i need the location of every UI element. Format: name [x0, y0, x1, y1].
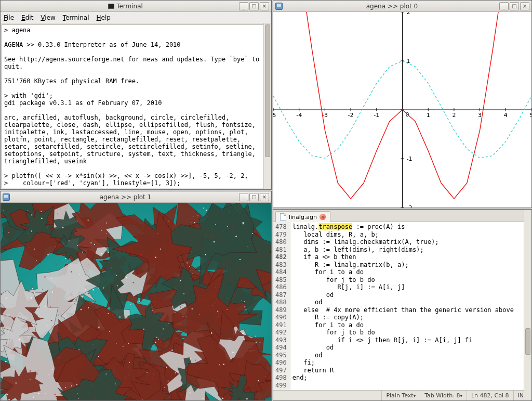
svg-point-100 [94, 251, 95, 252]
svg-point-171 [34, 292, 35, 293]
svg-point-259 [168, 221, 169, 222]
plot0-titlebar[interactable]: agena >> plot 0 _ □ × [273, 1, 531, 12]
svg-point-60 [28, 221, 30, 223]
svg-point-587 [59, 394, 60, 394]
svg-point-371 [192, 308, 193, 309]
svg-point-79 [86, 213, 87, 214]
editor-scrollbar[interactable] [524, 222, 531, 390]
status-position[interactable]: Ln 482, Col 8 [467, 391, 513, 400]
svg-point-472 [254, 335, 255, 336]
svg-point-95 [62, 227, 64, 228]
maximize-button[interactable]: □ [510, 2, 519, 10]
terminal-scrollbar[interactable] [263, 23, 271, 189]
status-tabwidth[interactable]: Tab Width: 8 [420, 391, 467, 400]
svg-point-140 [58, 315, 59, 316]
svg-point-462 [202, 380, 203, 381]
svg-point-322 [157, 317, 159, 318]
svg-point-459 [220, 331, 221, 332]
menu-view[interactable]: View [41, 14, 55, 21]
svg-point-409 [187, 352, 187, 353]
svg-point-163 [20, 314, 21, 315]
svg-point-736 [79, 397, 80, 397]
svg-point-741 [65, 387, 66, 388]
svg-point-149 [63, 261, 64, 261]
svg-point-281 [88, 307, 89, 308]
menu-edit[interactable]: Edit [21, 14, 33, 21]
svg-point-514 [249, 380, 249, 381]
svg-point-375 [217, 311, 218, 312]
svg-point-626 [261, 295, 262, 296]
menu-help[interactable]: Help [97, 14, 111, 21]
svg-point-568 [24, 368, 24, 368]
svg-point-620 [250, 304, 251, 305]
minimize-button[interactable]: _ [239, 193, 248, 201]
svg-point-657 [227, 226, 228, 227]
svg-point-721 [80, 383, 81, 384]
svg-point-314 [110, 333, 111, 334]
svg-point-389 [215, 303, 216, 304]
minimize-button[interactable]: _ [239, 2, 248, 10]
svg-point-505 [255, 390, 255, 391]
svg-point-106 [57, 214, 58, 215]
svg-point-80 [53, 240, 54, 241]
svg-point-672 [223, 264, 224, 265]
svg-point-661 [194, 237, 195, 238]
code-area[interactable]: linalg.transpose := proc(A) is local dim… [290, 222, 531, 390]
svg-point-131 [32, 286, 33, 287]
maximize-button[interactable]: □ [249, 193, 259, 201]
terminal-menubar: File Edit View Terminal Help [1, 12, 271, 23]
svg-point-582 [2, 399, 3, 400]
status-syntax[interactable]: Plain Text [381, 391, 420, 400]
svg-point-649 [207, 216, 209, 217]
svg-point-317 [161, 333, 162, 334]
svg-point-498 [222, 398, 224, 399]
svg-point-589 [56, 397, 57, 398]
svg-point-436 [245, 328, 246, 329]
svg-point-576 [14, 396, 15, 396]
svg-point-481 [265, 377, 265, 377]
svg-point-347 [130, 333, 131, 333]
svg-point-580 [12, 378, 12, 378]
close-button[interactable]: × [260, 2, 269, 10]
svg-point-201 [111, 268, 111, 268]
menu-file[interactable]: File [4, 14, 14, 21]
svg-point-738 [71, 385, 72, 386]
svg-point-44 [29, 247, 30, 248]
svg-point-384 [227, 309, 227, 310]
svg-point-273 [155, 230, 156, 231]
close-button[interactable]: × [520, 2, 529, 10]
svg-point-88 [76, 213, 77, 214]
svg-point-198 [111, 253, 112, 254]
svg-point-556 [13, 369, 14, 369]
svg-point-46 [34, 249, 35, 250]
svg-point-321 [173, 308, 174, 309]
svg-point-65 [56, 246, 56, 247]
plot1-window: agena >> plot 1 _ □ × [0, 191, 272, 401]
tab-close-icon[interactable]: × [320, 214, 326, 220]
svg-point-552 [89, 356, 90, 357]
svg-point-496 [239, 378, 240, 379]
svg-point-382 [197, 330, 198, 331]
svg-point-166 [20, 335, 21, 337]
svg-point-594 [32, 377, 33, 378]
svg-point-627 [244, 306, 245, 307]
menu-terminal[interactable]: Terminal [63, 14, 89, 21]
editor-tab[interactable]: linalg.agn × [275, 211, 330, 222]
svg-point-461 [232, 352, 233, 353]
minimize-button[interactable]: _ [499, 2, 509, 10]
terminal-titlebar[interactable]: Terminal _ □ × [1, 1, 271, 12]
plot1-titlebar[interactable]: agena >> plot 1 _ □ × [1, 191, 271, 203]
svg-point-432 [175, 379, 176, 379]
svg-text:5: 5 [530, 112, 532, 119]
maximize-button[interactable]: □ [249, 2, 259, 10]
svg-point-343 [163, 339, 165, 340]
svg-text:-5: -5 [273, 112, 276, 119]
svg-point-43 [41, 218, 43, 219]
close-button[interactable]: × [260, 193, 269, 201]
line-number-gutter: 4784794804814824834844854864874884894904… [273, 222, 290, 390]
plot0-canvas: -5-4-3-2-112345-2-1120 [273, 12, 531, 208]
svg-point-573 [38, 370, 38, 370]
terminal-output[interactable]: > agena AGENA >> 0.33.0 Interpreter as o… [2, 24, 270, 188]
svg-point-250 [153, 264, 154, 265]
editor-body[interactable]: 4784794804814824834844854864874884894904… [273, 222, 531, 390]
